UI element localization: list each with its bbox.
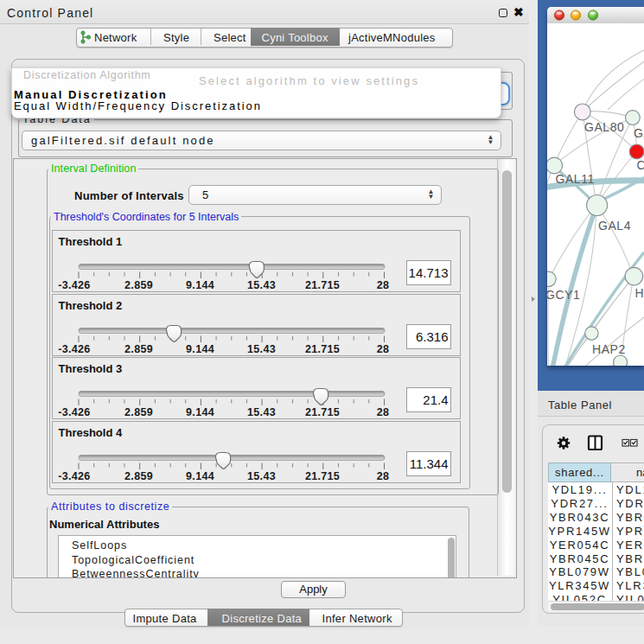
svg-text:15.43: 15.43 bbox=[247, 406, 276, 418]
svg-text:-3.426: -3.426 bbox=[58, 343, 90, 355]
svg-text:H: H bbox=[635, 286, 644, 300]
svg-text:2.859: 2.859 bbox=[124, 343, 153, 355]
svg-text:21.715: 21.715 bbox=[304, 279, 339, 291]
svg-text:21.715: 21.715 bbox=[304, 343, 339, 355]
svg-text:2.859: 2.859 bbox=[124, 406, 153, 418]
svg-text:21.715: 21.715 bbox=[304, 470, 339, 482]
svg-text:GAL4: GAL4 bbox=[598, 219, 631, 233]
svg-text:28: 28 bbox=[376, 470, 389, 482]
svg-text:-3.426: -3.426 bbox=[58, 406, 90, 418]
svg-text:9.144: 9.144 bbox=[186, 470, 214, 482]
svg-text:C: C bbox=[637, 158, 644, 172]
svg-text:2.859: 2.859 bbox=[124, 470, 153, 482]
svg-text:28: 28 bbox=[376, 279, 389, 291]
svg-text:9.144: 9.144 bbox=[186, 406, 214, 418]
svg-text:GAL11: GAL11 bbox=[556, 172, 595, 186]
svg-text:GAL80: GAL80 bbox=[584, 120, 624, 134]
svg-text:GA: GA bbox=[634, 126, 644, 140]
svg-text:9.144: 9.144 bbox=[186, 343, 214, 355]
svg-text:28: 28 bbox=[376, 406, 389, 418]
svg-text:GCY1: GCY1 bbox=[547, 288, 580, 302]
svg-text:-3.426: -3.426 bbox=[58, 279, 90, 291]
svg-text:HAP2: HAP2 bbox=[592, 342, 626, 356]
svg-text:28: 28 bbox=[376, 343, 389, 355]
svg-text:15.43: 15.43 bbox=[247, 470, 276, 482]
svg-text:15.43: 15.43 bbox=[247, 279, 276, 291]
svg-text:21.715: 21.715 bbox=[304, 406, 339, 418]
svg-text:2.859: 2.859 bbox=[124, 279, 153, 291]
svg-text:15.43: 15.43 bbox=[247, 343, 276, 355]
svg-text:9.144: 9.144 bbox=[186, 279, 214, 291]
svg-text:-3.426: -3.426 bbox=[58, 470, 90, 482]
